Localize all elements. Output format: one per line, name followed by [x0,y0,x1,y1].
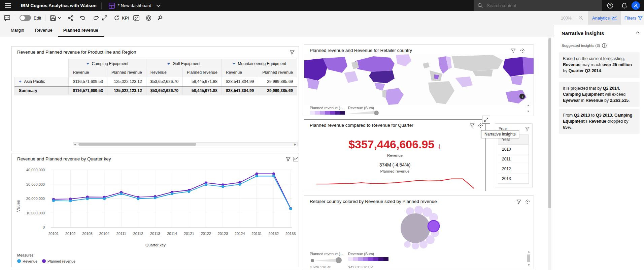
crosstab-hscrollbar[interactable]: ◀ ▶ [73,142,298,146]
divider [101,2,102,9]
y-tick-label: 40,000,000 [21,168,45,172]
kpi-expand-handle-icon[interactable] [482,116,490,124]
map-info-icon[interactable] [519,93,525,99]
properties-icon[interactable] [143,11,154,25]
table-cell: 58,445,971.88 [183,86,222,95]
scroll-left-icon[interactable]: ◀ [74,143,76,146]
bubble-scroll-down-icon[interactable]: ▼ [527,263,531,267]
info-icon[interactable] [602,43,607,48]
undo-icon[interactable] [77,11,88,25]
map-scroll-down-icon[interactable]: ▼ [526,109,531,114]
crosstab-card[interactable]: Revenue and Planned revenue for Product … [11,46,299,151]
expand-row-icon[interactable]: + [19,79,22,84]
kpi-panel-icon[interactable] [131,11,142,25]
line-chart-filter-icon[interactable] [284,155,292,163]
share-icon[interactable] [65,11,76,25]
bubble-scroll-thumb[interactable] [527,254,530,262]
year-filter-funnel-icon[interactable] [523,125,531,132]
kpi-target-label: Planned revenue [304,169,485,173]
bubble-scroll-up-icon[interactable]: ▲ [527,249,531,254]
crosstab-title: Revenue and Planned revenue for Product … [17,50,136,55]
edit-toggle[interactable] [20,15,31,21]
x-tick-label: 20124 [232,232,247,236]
bubble-large-gray[interactable] [401,213,430,243]
table-cell: $116,571,609.53 [69,86,107,95]
table-cell: $53,652,626.70 [146,77,182,86]
kpi-filter-icon[interactable] [469,122,476,129]
zoom-level: 100% [561,16,572,21]
user-avatar[interactable] [632,1,640,10]
tab-planned-revenue[interactable]: Planned revenue [58,25,104,37]
notifications-bell-icon[interactable] [618,0,630,11]
y-tick-label: 0 [21,225,45,229]
search-input[interactable] [486,3,582,8]
table-cell: $28,541,304.99 [222,86,258,95]
main-vscroll-thumb[interactable] [548,38,551,208]
y-tick-label: 30,000,000 [21,182,45,186]
crosstab-filter-icon[interactable] [289,49,296,56]
expand-column-icon[interactable]: + [87,61,89,66]
fullscreen-icon[interactable] [99,11,110,25]
search-box[interactable] [474,0,602,11]
expand-column-icon[interactable]: + [167,61,170,66]
insights-panel-title: Narrative insights [562,30,604,36]
legend-item-planned-revenue[interactable]: Planned revenue [42,259,75,263]
app-window: IBM Cognos Analytics with Watson * New d… [0,0,644,270]
measure-header: Revenue [146,68,182,77]
map-legend-planned-label: Planned revenue (... [310,106,343,110]
table-row[interactable]: Summary$116,571,609.53125,022,123.12$53,… [15,86,297,95]
tab-margin[interactable]: Margin [5,25,30,37]
save-menu-chevron-icon[interactable] [56,11,63,25]
kpi-value: $357,446,606.95 ↓ [304,138,485,151]
analytics-panel-button[interactable]: Analytics [588,11,621,25]
map-card[interactable]: Planned revenue and Revenue for Retailer… [304,44,534,115]
zoom-icon[interactable] [575,11,586,25]
bubble-selected-purple[interactable] [428,220,439,232]
filter-funnel-icon [638,16,643,20]
bubble-filter-icon[interactable] [515,198,522,205]
map-scroll-up-icon[interactable]: ▲ [526,103,531,108]
ramp-swatch [353,257,358,261]
kpi-button-label[interactable]: KPI [122,16,129,21]
hamburger-menu-icon[interactable] [0,0,16,11]
ramp-swatch [378,257,383,261]
chevron-down-icon[interactable] [156,4,160,7]
insight-card[interactable]: It is projected that by Q2 2014, Camping… [559,82,640,107]
scroll-right-icon[interactable]: ▶ [294,143,296,146]
line-chart-type-icon[interactable] [292,155,299,163]
x-tick-label: 20101 [46,232,61,236]
reset-dashboard-icon[interactable] [111,11,123,25]
map-filter-icon[interactable] [510,47,517,54]
pin-icon[interactable] [154,11,166,25]
bubble-card[interactable]: Retailer country colored by Revenue size… [304,196,534,268]
x-tick-label: 20123 [215,232,230,236]
crosstab-hscroll-thumb[interactable] [78,143,196,146]
dashboard-toolbar: Edit KPI [0,11,644,25]
map-insights-icon[interactable] [518,47,526,54]
line-chart-card[interactable]: Revenue and Planned revenue by Quarter k… [11,153,299,267]
insight-card[interactable]: From Q2 2013 to Q3 2013, Camping Equipme… [559,109,640,134]
main-vscrollbar[interactable] [548,37,551,270]
panel-collapse-chevron-icon[interactable] [636,31,640,34]
line-chart-plot[interactable] [47,168,297,230]
filters-button[interactable]: Filters [623,11,644,25]
bubble-legend-color-ramp [348,257,388,261]
world-choropleth-map[interactable] [304,54,534,105]
kpi-card[interactable]: Planned revenue compared to Revenue for … [304,119,486,191]
map-legend-size [348,110,382,115]
year-option-2012[interactable]: 2012 [498,164,529,174]
legend-item-revenue[interactable]: Revenue [17,259,37,263]
crosstab-table[interactable]: +Camping Equipment+Golf Equipment+Mounta… [14,59,297,95]
expand-column-icon[interactable]: + [233,61,235,66]
comment-icon[interactable] [1,11,13,25]
table-row[interactable]: +Asia Pacific$116,571,609.53125,022,123.… [15,77,297,86]
packed-bubble-plot[interactable] [393,205,450,252]
year-option-2013[interactable]: 2013 [498,174,529,184]
year-option-2011[interactable]: 2011 [498,154,529,164]
tab-revenue[interactable]: Revenue [30,25,58,37]
bubble-insights-icon[interactable] [524,198,531,205]
year-option-2010[interactable]: 2010 [498,145,529,154]
insight-card[interactable]: Based on the current forecasting, Revenu… [559,52,640,78]
map-title: Planned revenue and Revenue for Retailer… [310,48,412,53]
help-icon[interactable]: ? [604,0,616,11]
